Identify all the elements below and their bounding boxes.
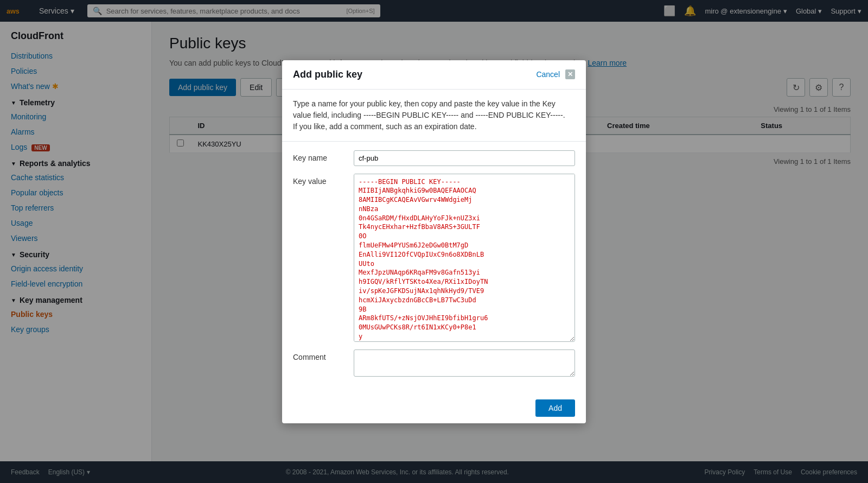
- modal-header: Add public key Cancel ✕: [282, 60, 586, 90]
- modal-description: Type a name for your public key, then co…: [282, 90, 586, 142]
- modal-title: Add public key: [293, 69, 362, 80]
- key-name-input[interactable]: [354, 150, 575, 166]
- key-value-label: Key value: [293, 174, 347, 186]
- key-value-row: Key value: [293, 174, 575, 342]
- key-value-textarea[interactable]: [354, 174, 575, 342]
- modal-body: Key name Key value Comment: [282, 142, 586, 393]
- comment-label: Comment: [293, 349, 347, 361]
- add-public-key-modal: Add public key Cancel ✕ Type a name for …: [282, 60, 586, 423]
- key-name-row: Key name: [293, 150, 575, 166]
- modal-close-button[interactable]: ✕: [565, 69, 575, 79]
- modal-cancel-link[interactable]: Cancel: [536, 70, 560, 79]
- key-name-label: Key name: [293, 150, 347, 162]
- comment-textarea[interactable]: [354, 349, 575, 377]
- modal-add-button[interactable]: Add: [535, 399, 575, 417]
- modal-footer: Add: [282, 393, 586, 423]
- modal-overlay[interactable]: Add public key Cancel ✕ Type a name for …: [0, 0, 868, 483]
- comment-row: Comment: [293, 349, 575, 377]
- modal-header-right: Cancel ✕: [536, 69, 575, 79]
